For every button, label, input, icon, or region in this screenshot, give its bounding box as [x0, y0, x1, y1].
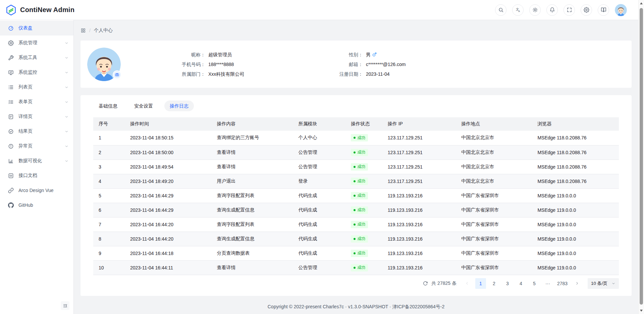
tab-操作日志[interactable]: 操作日志 [164, 101, 194, 111]
pagination: 共 27825 条12345···278310 条/页 [93, 278, 619, 289]
chevron-right-icon [575, 281, 579, 286]
page-scrollbar[interactable] [638, 0, 644, 314]
sidebar-item-list-pages[interactable]: 列表页 [0, 80, 73, 95]
scrollbar-down-arrow[interactable] [640, 310, 643, 312]
page-ellipsis[interactable]: ··· [542, 278, 553, 289]
table-cell: MSEdge 118.0.2088.76 [532, 131, 619, 145]
scrollbar-thumb[interactable] [640, 8, 643, 305]
sidebar-item-label: 异常页 [18, 143, 64, 149]
sidebar-menu: 仪表盘系统管理系统工具系统监控列表页表单页详情页结果页异常页数据可视化接口文档A… [0, 21, 73, 212]
bell-icon [549, 7, 555, 13]
sidebar-item-arco-design-vue[interactable]: Arco Design Vue [0, 183, 73, 198]
menu-fold-icon [63, 303, 68, 308]
sidebar-item-form-pages[interactable]: 表单页 [0, 95, 73, 109]
table-cell: 代码生成 [293, 246, 345, 260]
status-badge: 成功 [351, 235, 368, 243]
table-row: 22023-11-04 18:50:00查看详情公告管理成功123.117.12… [93, 145, 619, 160]
column-header: 操作 IP [382, 117, 456, 131]
table-cell: 1 [93, 131, 125, 145]
copyright-footer: Copyright © 2022-present Charles7c · v1.… [80, 304, 632, 310]
status-cell: 成功 [345, 217, 382, 232]
sidebar-item-label: 结果页 [18, 128, 64, 134]
profile-field: 手机号码：188****8888 [148, 60, 306, 68]
table-cell: 2023-11-04 16:44:20 [125, 217, 212, 232]
gear-icon [8, 40, 14, 46]
page-button-1[interactable]: 1 [475, 278, 486, 289]
sidebar: 仪表盘系统管理系统工具系统监控列表页表单页详情页结果页异常页数据可视化接口文档A… [0, 20, 74, 314]
apps-icon[interactable] [80, 28, 86, 33]
scrollbar-up-arrow[interactable] [640, 2, 643, 4]
table-row: 92023-11-04 16:44:18分页查询数据表代码生成成功119.123… [93, 246, 619, 260]
table-row: 52023-11-04 16:44:29查询字段配置列表代码生成成功119.12… [93, 188, 619, 203]
page-button-3[interactable]: 3 [502, 278, 513, 289]
status-cell: 成功 [345, 203, 382, 217]
table-cell: 查看详情 [212, 260, 293, 275]
wrench-icon [8, 55, 14, 61]
table-cell: 2023-11-04 18:50:15 [125, 131, 212, 145]
page-size-select[interactable]: 10 条/页 [588, 278, 619, 289]
sidebar-item-dashboard[interactable]: 仪表盘 [0, 21, 73, 36]
settings-button[interactable] [581, 4, 592, 16]
table-cell: 2023-11-04 16:44:20 [125, 232, 212, 246]
table-cell: 中国广东省深圳市 [456, 188, 532, 203]
table-cell: 119.123.193.216 [382, 203, 456, 217]
prev-page-button[interactable] [462, 278, 473, 289]
status-dot-icon [354, 195, 356, 197]
fullscreen-button[interactable] [564, 4, 575, 16]
sidebar-item-data-visualization[interactable]: 数据可视化 [0, 153, 73, 168]
table-cell: 分页查询数据表 [212, 246, 293, 260]
tab-安全设置[interactable]: 安全设置 [129, 101, 158, 111]
page-button-2783[interactable]: 2783 [556, 278, 569, 289]
language-button[interactable]: 文A [512, 4, 524, 16]
column-header: 所属模块 [293, 117, 345, 131]
page-button-2[interactable]: 2 [489, 278, 499, 289]
dashboard-icon [8, 25, 14, 31]
table-cell: MSEdge 118.0.2088.76 [532, 174, 619, 188]
profile-field-label: 注册日期： [306, 70, 363, 78]
notifications-button[interactable] [546, 4, 558, 16]
table-cell: 2023-11-04 16:44:11 [125, 260, 212, 275]
link-icon [8, 188, 14, 193]
docs-button[interactable] [598, 4, 609, 16]
camera-icon[interactable] [113, 70, 121, 79]
refresh-button[interactable] [423, 281, 428, 286]
table-cell: 代码生成 [293, 217, 345, 232]
sidebar-item-system-monitor[interactable]: 系统监控 [0, 65, 73, 80]
status-cell: 成功 [345, 246, 382, 260]
status-cell: 成功 [345, 260, 382, 275]
profile-avatar[interactable] [87, 48, 121, 81]
next-page-button[interactable] [572, 278, 582, 289]
table-cell: 公告管理 [293, 160, 345, 174]
svg-text:A: A [518, 10, 520, 13]
translate-icon: 文A [515, 7, 521, 13]
table-cell: 2023-11-04 16:44:29 [125, 188, 212, 203]
tab-基础信息[interactable]: 基础信息 [93, 101, 123, 111]
table-cell: MSEdge 119.0.0.0 [532, 232, 619, 246]
sidebar-item-system-tools[interactable]: 系统工具 [0, 50, 73, 65]
user-avatar[interactable] [615, 4, 627, 16]
sidebar-item-detail-pages[interactable]: 详情页 [0, 109, 73, 124]
sidebar-item-result-pages[interactable]: 结果页 [0, 124, 73, 139]
column-header: 浏览器 [532, 117, 619, 131]
profile-card: 昵称：超级管理员手机号码：188****8888所属部门：Xxx科技有限公司 性… [80, 41, 632, 88]
gear-icon [584, 7, 589, 13]
sidebar-item-exception-pages[interactable]: 异常页 [0, 139, 73, 153]
sidebar-item-system-management[interactable]: 系统管理 [0, 36, 73, 50]
sidebar-collapse-button[interactable] [61, 301, 69, 310]
sidebar-item-api-docs[interactable]: 接口文档 [0, 168, 73, 183]
theme-button[interactable] [529, 4, 541, 16]
status-badge: 成功 [351, 221, 368, 228]
table-cell: 中国广东省深圳市 [456, 217, 532, 232]
operation-log-table: 序号操作时间操作内容所属模块操作状态操作 IP操作地点浏览器 12023-11-… [93, 117, 619, 275]
table-cell: 公告管理 [293, 145, 345, 160]
page-button-5[interactable]: 5 [529, 278, 540, 289]
status-dot-icon [354, 137, 356, 139]
search-button[interactable] [495, 4, 506, 16]
page-button-4[interactable]: 4 [516, 278, 526, 289]
sidebar-item-github[interactable]: GitHub [0, 198, 73, 212]
table-cell: 10 [93, 260, 125, 275]
table-cell: 2023-11-04 16:44:29 [125, 203, 212, 217]
detail-icon [8, 114, 14, 120]
main-content: / 个人中心 昵称：超级管理员手机号码：188****8888所属部门：Xxx科… [74, 20, 638, 314]
check-circle-icon [8, 129, 14, 134]
